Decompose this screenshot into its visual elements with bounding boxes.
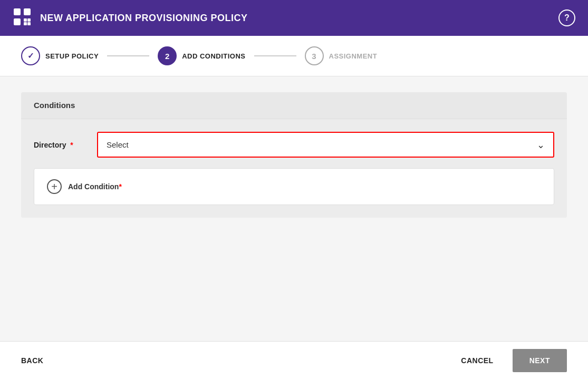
- cancel-button[interactable]: CANCEL: [452, 352, 502, 369]
- svg-rect-5: [24, 22, 27, 25]
- conditions-panel-header: Conditions: [21, 92, 567, 119]
- step-circle-2: 2: [158, 46, 177, 65]
- step-connector-2: [254, 55, 296, 56]
- add-circle-icon: +: [47, 179, 62, 194]
- footer-right: CANCEL NEXT: [452, 349, 567, 372]
- app-header: NEW APPLICATION PROVISIONING POLICY ?: [0, 0, 588, 36]
- add-condition-box[interactable]: + Add Condition*: [34, 168, 554, 205]
- svg-rect-6: [27, 22, 31, 25]
- page-footer: BACK CANCEL NEXT: [0, 341, 588, 379]
- select-container: Select ⌄: [98, 133, 553, 157]
- add-condition-required-star: *: [119, 182, 121, 191]
- header-left: NEW APPLICATION PROVISIONING POLICY: [13, 7, 248, 28]
- main-content: Conditions Directory * Select ⌄: [0, 76, 588, 341]
- header-title: NEW APPLICATION PROVISIONING POLICY: [40, 13, 248, 24]
- svg-rect-1: [24, 8, 31, 15]
- step-label-3: ASSIGNMENT: [329, 52, 378, 60]
- step-connector-1: [107, 55, 149, 56]
- conditions-panel-title: Conditions: [34, 101, 75, 110]
- required-star: *: [68, 141, 73, 149]
- svg-rect-3: [24, 18, 27, 22]
- stepper-bar: ✓ SETUP POLICY 2 ADD CONDITIONS 3 ASSIGN…: [0, 36, 588, 76]
- app-grid-icon: [13, 7, 32, 28]
- directory-select-wrapper: Select ⌄: [97, 132, 554, 158]
- step-add-conditions: 2 ADD CONDITIONS: [158, 46, 245, 65]
- back-button[interactable]: BACK: [21, 352, 43, 369]
- svg-rect-4: [27, 18, 31, 22]
- step-circle-3: 3: [305, 46, 324, 65]
- svg-rect-2: [14, 18, 21, 25]
- step-assignment: 3 ASSIGNMENT: [305, 46, 378, 65]
- svg-rect-0: [14, 8, 21, 15]
- step-label-1: SETUP POLICY: [45, 52, 99, 60]
- footer-left: BACK: [21, 352, 43, 369]
- directory-row: Directory * Select ⌄: [34, 132, 554, 158]
- step-circle-1: ✓: [21, 46, 40, 65]
- next-button[interactable]: NEXT: [513, 349, 567, 372]
- conditions-panel: Conditions Directory * Select ⌄: [21, 92, 567, 218]
- directory-label: Directory *: [34, 141, 86, 149]
- add-condition-label: Add Condition*: [68, 182, 122, 191]
- help-button[interactable]: ?: [558, 9, 575, 26]
- conditions-panel-body: Directory * Select ⌄ + Add Condition*: [21, 119, 567, 218]
- step-label-2: ADD CONDITIONS: [182, 52, 245, 60]
- step-setup-policy: ✓ SETUP POLICY: [21, 46, 99, 65]
- directory-select[interactable]: Select: [98, 133, 553, 157]
